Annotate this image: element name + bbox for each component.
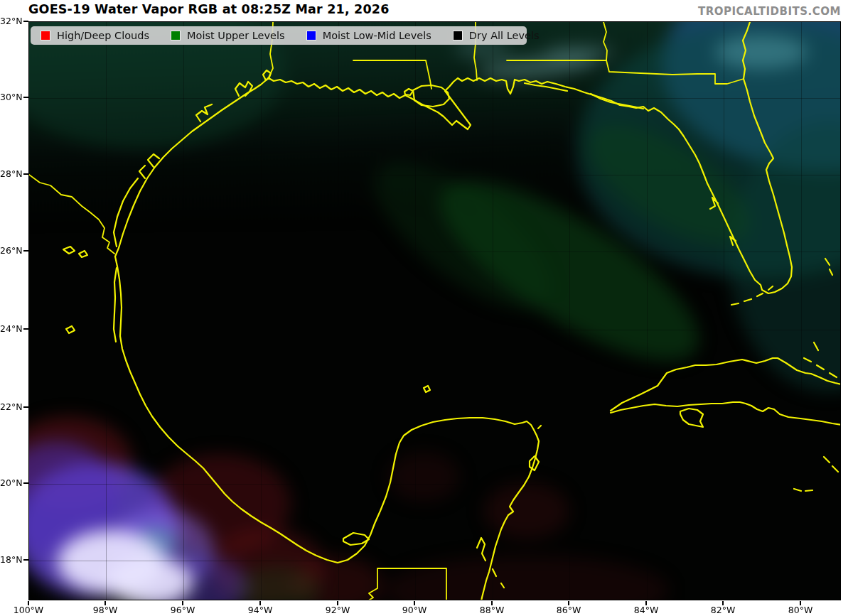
chetumal-bay: [477, 538, 504, 588]
axis-tick: [23, 406, 28, 408]
laguna-madre-tx: [114, 178, 138, 247]
border-al-ga: [603, 22, 607, 60]
legend-item: Moist Low-Mid Levels: [306, 30, 431, 41]
legend-item: Moist Upper Levels: [171, 30, 285, 41]
lon-tick-label: 84°W: [625, 605, 667, 615]
isla-mujeres: [538, 426, 541, 428]
coastline-gulf: [115, 22, 792, 600]
isle-of-youth: [680, 409, 703, 427]
border-la-ms: [353, 60, 431, 89]
cuba-archipelago: [804, 358, 837, 377]
legend-swatch: [171, 31, 181, 40]
axis-tick: [23, 328, 28, 330]
florida-keys: [731, 286, 773, 305]
lake-maurepas: [404, 89, 413, 95]
carmen-island: [343, 533, 369, 545]
lon-tick-label: 82°W: [702, 605, 744, 615]
lon-tick-label: 88°W: [471, 605, 513, 615]
lat-tick-label: 20°N: [0, 477, 21, 488]
lat-tick-label: 24°N: [0, 323, 21, 334]
lat-tick-label: 22°N: [0, 401, 21, 412]
legend-label: High/Deep Clouds: [57, 30, 149, 41]
legend-item: Dry All Levels: [453, 30, 540, 41]
cuba-south-coast: [611, 402, 841, 425]
inland-lakes: [63, 247, 87, 333]
border-belize-guatemala: [368, 568, 446, 600]
panhandle-sound: [525, 83, 567, 91]
lat-tick-label: 18°N: [0, 554, 21, 565]
legend-label: Moist Upper Levels: [187, 30, 285, 41]
lon-tick-label: 90°W: [393, 605, 436, 615]
coastline-layer: [29, 22, 841, 600]
lat-tick-label: 28°N: [0, 168, 21, 179]
axis-tick: [23, 97, 28, 98]
legend-swatch: [453, 31, 463, 40]
lon-tick-label: 92°W: [316, 605, 359, 615]
lat-tick-label: 26°N: [0, 245, 21, 256]
legend-swatch: [41, 31, 50, 40]
lon-tick-label: 94°W: [239, 605, 281, 615]
legend-label: Moist Low-Mid Levels: [323, 30, 431, 41]
legend-item: High/Deep Clouds: [41, 30, 149, 41]
lon-tick-label: 98°W: [84, 605, 127, 615]
alacranes-reef: [424, 386, 430, 392]
laguna-madre-mx: [114, 268, 117, 342]
legend-swatch: [306, 31, 316, 40]
page-title: GOES-19 Water Vapor RGB at 08:25Z Mar 21…: [28, 2, 390, 16]
lon-tick-label: 86°W: [547, 605, 590, 615]
border-rio-grande: [29, 175, 114, 254]
axis-tick: [23, 250, 28, 252]
lat-tick-label: 32°N: [0, 16, 21, 26]
lon-tick-label: 100°W: [7, 605, 50, 615]
charlotte-harbor: [730, 237, 736, 245]
legend: High/Deep CloudsMoist Upper LevelsMoist …: [31, 26, 527, 45]
axis-tick: [23, 21, 28, 22]
galveston-bay: [235, 82, 252, 96]
watermark-text: TROPICALTIDBITS.COM: [698, 5, 841, 18]
axis-tick: [23, 482, 28, 484]
lat-tick-label: 30°N: [0, 92, 21, 102]
border-fl-ga: [507, 60, 744, 84]
lon-tick-label: 80°W: [779, 605, 822, 615]
satellite-map: High/Deep CloudsMoist Upper LevelsMoist …: [28, 21, 841, 600]
axis-tick: [23, 173, 28, 175]
legend-label: Dry All Levels: [469, 30, 540, 41]
axis-tick: [23, 559, 28, 561]
lon-tick-label: 96°W: [161, 605, 204, 615]
